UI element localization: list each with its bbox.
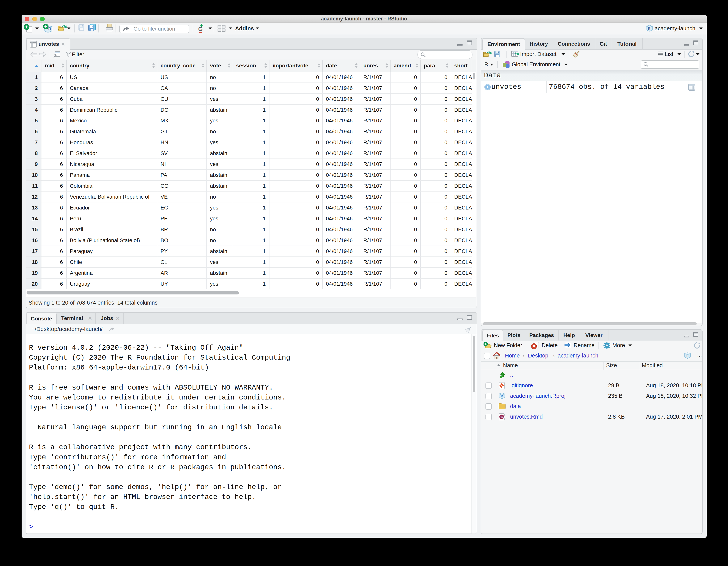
svg-text:R: R bbox=[501, 394, 503, 398]
svg-text:R: R bbox=[686, 354, 689, 358]
svg-text:R: R bbox=[48, 26, 51, 31]
svg-text:Rmd: Rmd bbox=[500, 416, 505, 418]
svg-text:G: G bbox=[198, 26, 203, 32]
svg-text:R: R bbox=[648, 27, 651, 31]
